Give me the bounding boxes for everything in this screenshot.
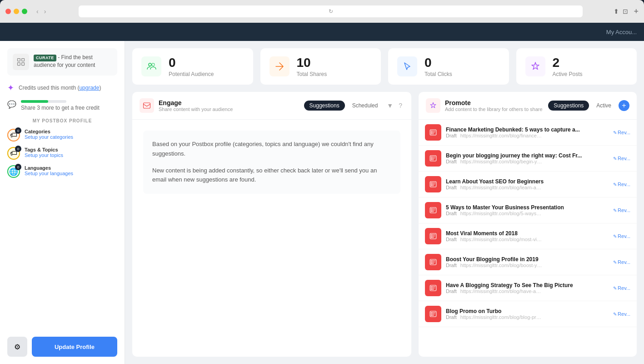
promote-item-icon-1 [425, 150, 441, 167]
active-posts-icon [525, 56, 545, 76]
stat-card-active-posts: 2 Active Posts [516, 48, 637, 85]
promote-item-action-0[interactable]: ✎ Rev... [613, 130, 630, 135]
minimize-traffic-light[interactable] [14, 9, 19, 14]
categories-setup-link[interactable]: Setup your categories [25, 134, 73, 140]
settings-button[interactable]: ⚙ [7, 337, 27, 357]
promote-item-action-3[interactable]: ✎ Rev... [613, 207, 630, 213]
svg-point-12 [431, 157, 432, 157]
fullscreen-traffic-light[interactable] [22, 9, 27, 14]
promote-item-action-6[interactable]: ✎ Rev... [613, 285, 630, 291]
promote-tab-suggestions[interactable]: Suggestions [548, 101, 589, 111]
svg-point-8 [431, 131, 432, 131]
engage-tab-suggestions[interactable]: Suggestions [304, 101, 345, 111]
active-posts-label: Active Posts [553, 71, 583, 77]
curate-badge: CURATE [34, 55, 56, 61]
languages-setup-link[interactable]: Setup your languages [25, 171, 73, 176]
main-content: CURATE - Find the best audience for your… [0, 41, 644, 364]
pencil-icon-1: ✎ [613, 156, 617, 161]
engage-filter-icon[interactable]: ▼ [385, 102, 395, 109]
promote-item-url-4: https://missinglttr.com/blog/most-viral-… [460, 237, 542, 242]
promote-item-meta-6: Draft https://missinglttr.com/blog/have-… [446, 288, 609, 294]
languages-text: Languages Setup your languages [25, 165, 73, 176]
tags-setup-link[interactable]: Setup your topics [25, 152, 63, 158]
promote-item-action-7[interactable]: ✎ Rev... [613, 311, 630, 317]
promote-header-icon [426, 98, 440, 113]
share-text: Share 3 more to get a free credit [21, 105, 100, 111]
promote-item-action-4[interactable]: ✎ Rev... [613, 233, 630, 239]
total-clicks-label: Total Clicks [424, 71, 452, 77]
share-browser-button[interactable]: ⬆ [614, 8, 619, 15]
resize-button[interactable]: ⊡ [623, 8, 628, 15]
total-clicks-number: 0 [424, 56, 452, 70]
promote-list-item: Finance Marketing Debunked: 5 ways to ca… [419, 120, 637, 146]
promote-tab-active[interactable]: Active [591, 101, 617, 111]
engage-message-p2: New content is being added constantly, s… [152, 166, 391, 185]
svg-point-22 [431, 211, 432, 212]
traffic-lights [5, 9, 27, 14]
svg-point-26 [431, 237, 432, 238]
engage-help-icon[interactable]: ? [397, 102, 404, 109]
svg-point-20 [431, 208, 432, 209]
categories-label: Categories [25, 129, 73, 134]
pencil-icon-5: ✎ [613, 260, 617, 265]
promote-item-text-5: Boost Your Blogging Profile in 2019 Draf… [446, 256, 609, 268]
promote-item-text-4: Most Viral Moments of 2018 Draft https:/… [446, 230, 609, 242]
forward-button[interactable]: › [42, 7, 48, 16]
engage-subtitle: Share content with your audience [159, 106, 300, 112]
promote-panel-header: Promote Add content to the library for o… [419, 92, 637, 120]
promote-item-meta-5: Draft https://missinglttr.com/blog/boost… [446, 263, 609, 268]
categories-text: Categories Setup your categories [25, 129, 73, 140]
pencil-icon-7: ✎ [613, 312, 617, 317]
promote-item-icon-0 [425, 124, 441, 141]
sidebar: CURATE - Find the best audience for your… [0, 41, 125, 364]
promote-item-text-2: Learn About Yoast SEO for Beginners Draf… [446, 178, 609, 190]
promote-item-action-1[interactable]: ✎ Rev... [613, 156, 630, 161]
my-account-label[interactable]: My Accou... [606, 29, 637, 35]
back-button[interactable]: ‹ [35, 7, 40, 16]
promote-item-action-2[interactable]: ✎ Rev... [613, 182, 630, 187]
update-profile-button[interactable]: Update Profile [32, 337, 117, 357]
promote-header-text: Promote Add content to the library for o… [445, 99, 544, 112]
new-tab-button[interactable]: + [634, 7, 639, 16]
promote-subtitle: Add content to the library for others to… [445, 106, 544, 112]
promote-item-status-2: Draft [446, 185, 457, 190]
promote-item-text-6: Have A Blogging Strategy To See The Big … [446, 282, 609, 294]
svg-point-29 [431, 262, 432, 263]
promote-item-url-6: https://missinglttr.com/blog/have-a-blo.… [460, 288, 542, 294]
pencil-icon-3: ✎ [613, 208, 617, 213]
upgrade-link[interactable]: upgrade [79, 85, 99, 91]
engage-tab-scheduled[interactable]: Scheduled [347, 101, 384, 111]
categories-badge: 0 [15, 127, 21, 134]
languages-badge: 0 [15, 164, 21, 170]
promote-list-item: Boost Your Blogging Profile in 2019 Draf… [419, 249, 637, 275]
promote-item-meta-4: Draft https://missinglttr.com/blog/most-… [446, 237, 609, 242]
curate-icon [16, 57, 25, 66]
svg-rect-6 [144, 103, 150, 108]
profile-item-languages: 🌐 0 Languages Setup your languages [7, 165, 117, 178]
promote-item-icon-5 [425, 254, 441, 270]
promote-item-status-1: Draft [446, 159, 457, 164]
stat-card-potential-audience: 0 Potential Audience [132, 48, 253, 85]
promote-item-status-0: Draft [446, 133, 457, 138]
engage-message-p1: Based on your Postbox profile (categorie… [152, 140, 391, 159]
promote-item-title-5: Boost Your Blogging Profile in 2019 [446, 256, 609, 263]
total-shares-number: 10 [297, 56, 327, 70]
active-posts-number: 2 [553, 56, 583, 70]
promote-item-icon-4 [425, 228, 441, 244]
engage-panel-header: Engage Share content with your audience … [132, 92, 411, 120]
potential-audience-icon [141, 56, 161, 76]
promote-item-title-2: Learn About Yoast SEO for Beginners [446, 178, 609, 185]
promote-add-button[interactable]: + [619, 100, 629, 111]
svg-point-4 [149, 63, 151, 66]
svg-point-5 [152, 63, 155, 66]
promote-item-meta-0: Draft https://missinglttr.com/blog/finan… [446, 133, 609, 138]
promote-list-item: 5 Ways to Master Your Business Presentat… [419, 197, 637, 223]
promote-item-action-5[interactable]: ✎ Rev... [613, 259, 630, 265]
promote-item-status-4: Draft [446, 237, 457, 242]
engage-header-text: Engage Share content with your audience [159, 99, 300, 112]
svg-point-32 [431, 286, 432, 287]
close-traffic-light[interactable] [5, 9, 11, 14]
promote-item-url-7: https://missinglttr.com/blog/blog-prom..… [460, 314, 542, 320]
url-bar[interactable]: ↻ [79, 5, 583, 17]
active-posts-data: 2 Active Posts [553, 56, 583, 77]
